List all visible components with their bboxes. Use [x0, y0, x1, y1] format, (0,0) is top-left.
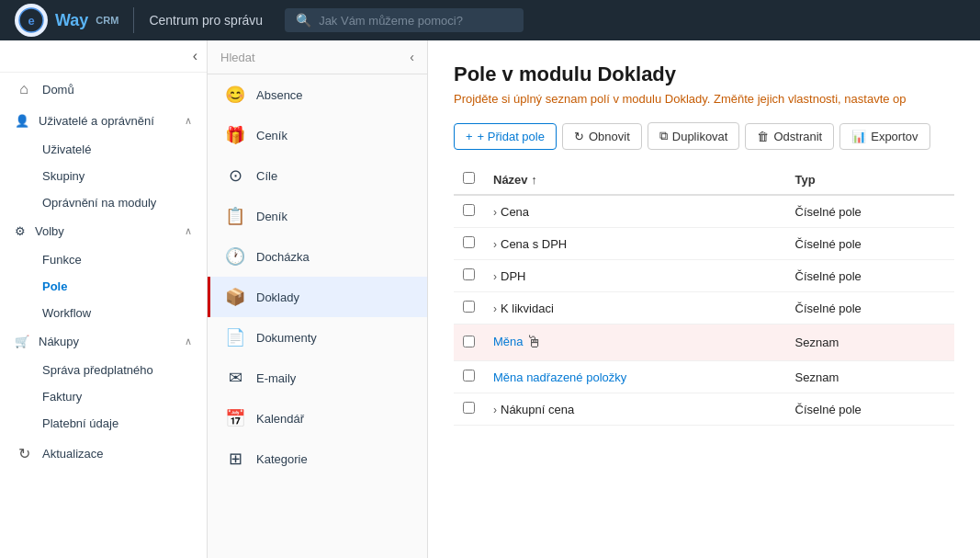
row-name-dph: ›DPH — [484, 260, 786, 292]
row-check-mena-nad[interactable] — [463, 370, 475, 381]
module-item-denik[interactable]: 📋 Deník — [208, 196, 427, 236]
expand-btn-dph[interactable]: › — [493, 270, 497, 283]
chevron-up-icon-volby: ∧ — [185, 225, 192, 237]
module-item-cile[interactable]: ⊙ Cíle — [208, 155, 427, 196]
module-item-kalendar[interactable]: 📅 Kalendář — [208, 398, 427, 438]
sidebar-item-platebni[interactable]: Platební údaje — [42, 410, 207, 437]
page-description: Projděte si úplný seznam polí v modulu D… — [454, 92, 954, 106]
field-name-cena-dph: Cena s DPH — [501, 237, 567, 251]
module-item-cenik[interactable]: 🎁 Ceník — [208, 115, 427, 155]
table-row: ›Cena s DPHČíselné pole — [454, 228, 954, 260]
module-label-doklady: Doklady — [256, 290, 299, 304]
expand-btn-cena[interactable]: › — [493, 206, 497, 219]
row-checkbox-cena[interactable] — [454, 195, 484, 228]
header-name-col[interactable]: Název ↑ — [484, 165, 786, 195]
sidebar-item-skupiny[interactable]: Skupiny — [42, 163, 207, 189]
sidebar-collapse-btn[interactable]: ‹ — [193, 48, 197, 64]
module-panel: ‹ 😊 Absence 🎁 Ceník ⊙ Cíle 📋 Deník 🕐 Doc… — [208, 40, 428, 558]
row-checkbox-cena-dph[interactable] — [454, 228, 484, 260]
row-checkbox-nakupni-cena[interactable] — [454, 393, 484, 426]
row-name-mena: Měna 🖱 — [484, 325, 786, 361]
module-icon-kategorie: ⊞ — [223, 447, 247, 471]
home-icon: ⌂ — [15, 81, 33, 97]
sidebar-item-faktury[interactable]: Faktury — [42, 383, 207, 410]
add-field-button[interactable]: + + Přidat pole — [454, 123, 557, 150]
sidebar-item-aktualizace[interactable]: ↻ Aktualizace — [0, 437, 207, 471]
field-name-nakupni-cena: Nákupní cena — [501, 403, 574, 416]
delete-button[interactable]: 🗑 Odstranit — [745, 123, 834, 150]
row-check-cena-dph[interactable] — [463, 236, 475, 248]
duplicate-button[interactable]: ⧉ Duplikovat — [648, 122, 740, 150]
row-check-k-likvidaci[interactable] — [463, 301, 475, 313]
module-search-input[interactable] — [220, 51, 410, 64]
row-check-cena[interactable] — [463, 204, 475, 216]
expand-btn-cena-dph[interactable]: › — [493, 238, 497, 251]
delete-label: Odstranit — [773, 130, 822, 143]
module-icon-doklady: 📦 — [223, 285, 247, 309]
add-label: + Přidat pole — [478, 130, 545, 143]
row-name-cena-dph: ›Cena s DPH — [484, 228, 786, 260]
sidebar-section-uzivatele[interactable]: 👤 Uživatelé a oprávnění ∧ — [0, 106, 207, 136]
field-name-cena: Cena — [501, 205, 529, 219]
table-row: ›Nákupní cenaČíselné pole — [454, 393, 954, 426]
export-button[interactable]: 📊 Exportov — [839, 123, 929, 150]
row-checkbox-k-likvidaci[interactable] — [454, 292, 484, 325]
row-check-nakupni-cena[interactable] — [463, 402, 475, 414]
logo: e Way CRM — [15, 4, 118, 37]
sidebar-collapse[interactable]: ‹ — [0, 40, 207, 73]
row-type-k-likvidaci: Číselné pole — [786, 292, 954, 325]
sidebar-item-sprava[interactable]: Správa předplatného — [42, 357, 207, 383]
table-header-row: Název ↑ Typ — [454, 165, 954, 195]
sidebar-item-funkce[interactable]: Funkce — [42, 246, 207, 273]
row-check-dph[interactable] — [463, 268, 475, 280]
row-checkbox-dph[interactable] — [454, 260, 484, 292]
module-label-dokumenty: Dokumenty — [256, 331, 317, 345]
row-type-cena: Číselné pole — [786, 195, 954, 228]
module-icon-dochazka: 🕐 — [223, 245, 247, 268]
svg-text:e: e — [28, 14, 34, 28]
row-checkbox-mena-nad[interactable] — [454, 361, 484, 393]
module-icon-cenik: 🎁 — [223, 123, 247, 147]
module-panel-close-btn[interactable]: ‹ — [410, 50, 414, 64]
topbar-search[interactable]: 🔍 — [285, 8, 524, 32]
module-item-emaily[interactable]: ✉ E-maily — [208, 358, 427, 398]
sidebar-item-workflow[interactable]: Workflow — [42, 300, 207, 326]
sidebar-item-domov[interactable]: ⌂ Domů — [0, 73, 207, 106]
main-layout: ‹ ⌂ Domů 👤 Uživatelé a oprávnění ∧ Uživa… — [0, 40, 980, 558]
table-row: ›K likvidaciČíselné pole — [454, 292, 954, 325]
module-item-absence[interactable]: 😊 Absence — [208, 74, 427, 115]
refresh-button[interactable]: ↻ Obnovit — [562, 123, 642, 150]
field-link-mena-nad[interactable]: Měna nadřazené položky — [493, 370, 626, 384]
expand-btn-nakupni-cena[interactable]: › — [493, 404, 497, 416]
export-label: Exportov — [871, 130, 918, 143]
sidebar-item-uzivatele-sub[interactable]: Uživatelé — [42, 136, 207, 163]
sidebar-item-opravneni[interactable]: Oprávnění na moduly — [42, 189, 207, 216]
field-link-mena[interactable]: Měna — [493, 335, 524, 348]
module-item-kategorie[interactable]: ⊞ Kategorie — [208, 438, 427, 479]
sort-name[interactable]: Název ↑ — [493, 173, 537, 187]
sidebar-sub-nakupy: Správa předplatného Faktury Platební úda… — [0, 357, 207, 437]
sidebar-label-volby: Volby — [35, 224, 64, 238]
row-name-k-likvidaci: ›K likvidaci — [484, 292, 786, 325]
select-all-checkbox[interactable] — [463, 172, 475, 184]
module-item-doklady[interactable]: 📦 Doklady — [208, 277, 427, 317]
sidebar-section-volby[interactable]: ⚙ Volby ∧ — [0, 216, 207, 246]
module-icon-absence: 😊 — [223, 83, 247, 107]
module-item-dochazka[interactable]: 🕐 Docházka — [208, 236, 427, 277]
module-label-emaily: E-maily — [256, 371, 296, 385]
topbar-title: Centrum pro správu — [149, 13, 263, 28]
sidebar-sub-volby: Funkce Pole Workflow — [0, 246, 207, 326]
expand-btn-k-likvidaci[interactable]: › — [493, 302, 497, 315]
sidebar-section-nakupy[interactable]: 🛒 Nákupy ∧ — [0, 326, 207, 357]
chevron-up-icon-nakupy: ∧ — [185, 336, 192, 347]
sort-icon: ↑ — [531, 173, 537, 187]
export-icon: 📊 — [851, 130, 866, 143]
module-item-dokumenty[interactable]: 📄 Dokumenty — [208, 317, 427, 358]
search-input[interactable] — [319, 14, 513, 28]
row-checkbox-mena[interactable] — [454, 325, 484, 361]
row-type-mena: Seznam — [786, 325, 954, 361]
row-check-mena[interactable] — [463, 336, 475, 347]
sidebar-item-pole[interactable]: Pole — [42, 273, 207, 300]
chevron-up-icon: ∧ — [185, 115, 192, 127]
row-name-mena-nad: Měna nadřazené položky — [484, 361, 786, 393]
